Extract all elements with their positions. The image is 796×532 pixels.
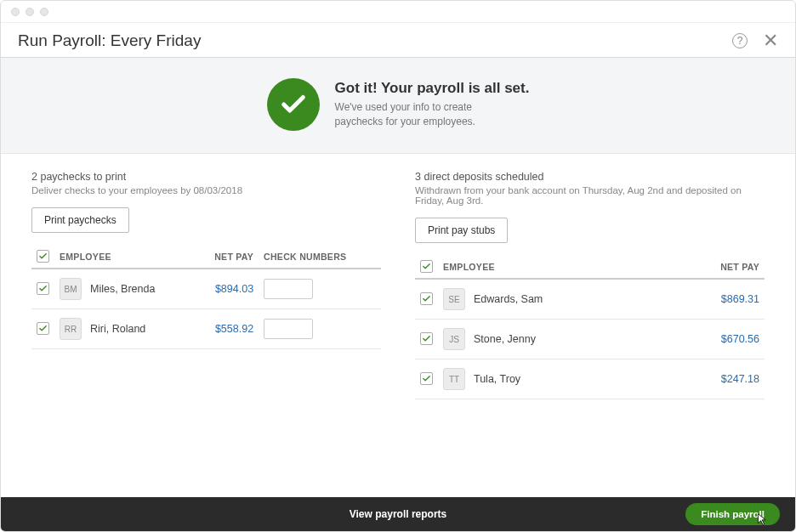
table-row: JSStone, Jenny$670.56 [415,320,765,359]
check-number-input[interactable] [264,279,313,299]
close-icon[interactable]: ✕ [763,31,778,50]
paychecks-heading: 2 paychecks to print [31,171,381,183]
paychecks-section: 2 paychecks to print Deliver checks to y… [31,171,381,489]
employee-name: Riri, Roland [90,323,145,335]
chrome-dot [26,8,34,16]
row-checkbox[interactable] [420,332,433,345]
avatar: RR [60,318,82,340]
table-row: BMMiles, Brenda$894.03 [31,269,381,309]
avatar: BM [60,278,82,300]
net-pay[interactable]: $894.03 [215,283,253,295]
hero-banner: Got it! Your payroll is all set. We've u… [1,58,795,154]
table-row: RRRiri, Roland$558.92 [31,309,381,349]
avatar: SE [443,288,465,310]
col-net-pay: NET PAY [663,255,765,279]
deposits-sub: Withdrawn from your bank account on Thur… [415,185,765,206]
check-number-input[interactable] [264,319,313,339]
net-pay[interactable]: $869.31 [721,293,759,305]
row-checkbox[interactable] [420,292,433,305]
row-checkbox[interactable] [37,322,49,335]
main-content: 2 paychecks to print Deliver checks to y… [1,154,795,497]
print-paychecks-button[interactable]: Print paychecks [31,207,129,233]
employee-name: Stone, Jenny [474,333,536,345]
employee-name: Tula, Troy [474,373,520,385]
net-pay[interactable]: $670.56 [721,333,759,345]
employee-name: Edwards, Sam [474,293,543,305]
table-row: TTTula, Troy$247.18 [415,359,765,399]
print-pay-stubs-button[interactable]: Print pay stubs [415,218,508,243]
help-icon[interactable]: ? [732,33,748,48]
view-reports-link[interactable]: View payroll reports [350,508,447,520]
chrome-dot [40,8,48,16]
hero-subtitle: We've used your info to create paychecks… [335,100,505,129]
avatar: TT [443,368,465,390]
chrome-dot [11,8,20,16]
col-employee: EMPLOYEE [54,245,194,269]
col-employee: EMPLOYEE [438,255,663,279]
net-pay[interactable]: $558.92 [215,323,253,335]
deposits-table: EMPLOYEE NET PAY SEEdwards, Sam$869.31JS… [415,255,765,399]
page-title: Run Payroll: Every Friday [18,31,201,50]
success-check-icon [267,78,320,131]
paychecks-table: EMPLOYEE NET PAY CHECK NUMBERS BMMiles, … [31,245,381,349]
avatar: JS [443,328,465,350]
select-all-checkbox[interactable] [37,250,49,263]
footer-bar: View payroll reports Finish payroll [1,497,795,531]
window-chrome [1,1,795,23]
col-net-pay: NET PAY [194,245,259,269]
deposits-heading: 3 direct deposits scheduled [415,171,765,183]
titlebar: Run Payroll: Every Friday ? ✕ [1,23,795,58]
table-row: SEEdwards, Sam$869.31 [415,279,765,320]
finish-payroll-button[interactable]: Finish payroll [685,503,780,525]
row-checkbox[interactable] [37,282,49,295]
col-check-numbers: CHECK NUMBERS [259,245,381,269]
select-all-checkbox[interactable] [420,260,433,273]
employee-name: Miles, Brenda [90,283,155,295]
paychecks-sub: Deliver checks to your employees by 08/0… [31,185,381,195]
deposits-section: 3 direct deposits scheduled Withdrawn fr… [415,171,765,489]
hero-title: Got it! Your payroll is all set. [335,80,530,97]
row-checkbox[interactable] [420,372,433,385]
net-pay[interactable]: $247.18 [721,373,759,385]
